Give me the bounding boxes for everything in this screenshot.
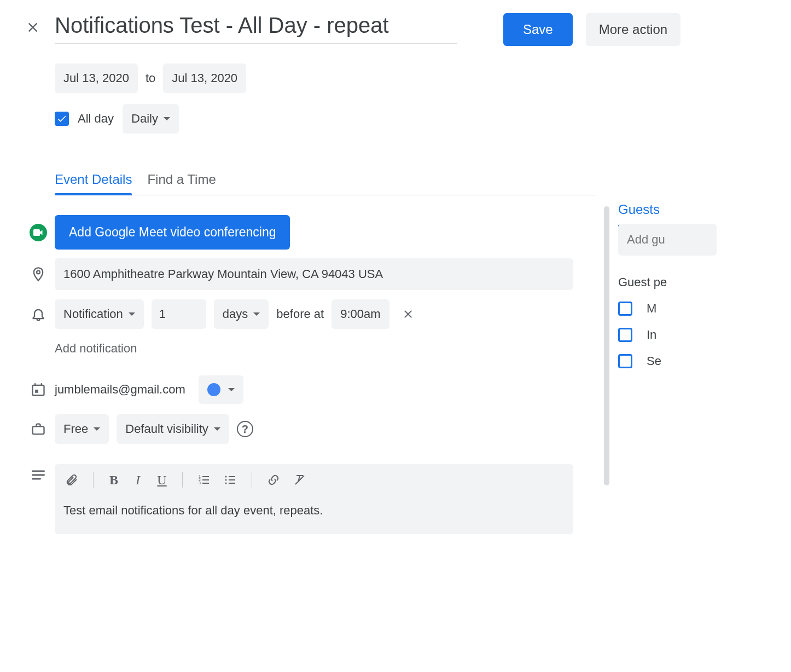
visibility-value: Default visibility xyxy=(125,422,208,436)
close-icon xyxy=(25,20,40,35)
notification-type-value: Notification xyxy=(63,307,123,321)
bulleted-list-button[interactable] xyxy=(222,472,239,488)
description-text[interactable]: Test email notifications for all day eve… xyxy=(63,503,565,518)
link-button[interactable] xyxy=(265,472,282,488)
color-swatch xyxy=(207,383,220,396)
calendar-owner: jumblemails@gmail.com xyxy=(55,383,185,397)
attach-button[interactable] xyxy=(63,472,80,488)
tab-guests[interactable]: Guests xyxy=(618,196,660,227)
underline-button[interactable]: U xyxy=(155,473,169,488)
bell-icon xyxy=(31,306,46,322)
svg-text:3: 3 xyxy=(199,481,201,485)
numbered-list-button[interactable]: 123 xyxy=(196,472,212,488)
notification-unit-value: days xyxy=(223,307,248,321)
svg-point-9 xyxy=(225,483,227,484)
add-notification-button[interactable]: Add notification xyxy=(55,341,602,356)
svg-point-8 xyxy=(225,479,227,481)
description-icon xyxy=(31,467,46,483)
italic-button[interactable]: I xyxy=(131,473,145,488)
location-input[interactable] xyxy=(55,258,573,290)
bold-button[interactable]: B xyxy=(107,473,121,488)
start-date-chip[interactable]: Jul 13, 2020 xyxy=(55,63,138,93)
clear-formatting-icon xyxy=(293,473,306,486)
visibility-help-button[interactable]: ? xyxy=(237,421,253,437)
add-meet-button[interactable]: Add Google Meet video conferencing xyxy=(55,215,290,250)
editor-toolbar: B I U 123 xyxy=(63,472,565,494)
svg-rect-2 xyxy=(35,390,38,393)
tab-event-details[interactable]: Event Details xyxy=(55,166,132,195)
chevron-down-icon xyxy=(94,427,100,431)
chevron-down-icon xyxy=(129,312,135,316)
availability-dropdown[interactable]: Free xyxy=(55,414,109,444)
availability-value: Free xyxy=(63,422,88,436)
visibility-dropdown[interactable]: Default visibility xyxy=(117,414,229,444)
perm-modify-checkbox[interactable] xyxy=(618,302,632,316)
scrollbar-thumb[interactable] xyxy=(604,206,609,485)
event-title-input[interactable] xyxy=(55,11,457,44)
recurrence-value: Daily xyxy=(131,112,158,126)
bulleted-list-icon xyxy=(224,473,237,486)
chevron-down-icon xyxy=(253,312,260,316)
link-icon xyxy=(267,473,280,486)
briefcase-icon xyxy=(31,421,46,437)
calendar-icon xyxy=(31,382,46,397)
save-button[interactable]: Save xyxy=(503,13,573,46)
more-actions-button[interactable]: More action xyxy=(586,13,681,46)
chevron-down-icon xyxy=(164,117,170,120)
paperclip-icon xyxy=(65,473,78,486)
notification-count-input[interactable] xyxy=(152,299,206,329)
notification-type-dropdown[interactable]: Notification xyxy=(55,299,144,329)
location-icon xyxy=(31,267,46,282)
chevron-down-icon xyxy=(214,427,220,431)
tab-find-a-time[interactable]: Find a Time xyxy=(147,166,216,195)
add-guests-input[interactable] xyxy=(618,224,717,256)
svg-rect-3 xyxy=(33,426,44,434)
notification-unit-dropdown[interactable]: days xyxy=(214,299,269,329)
perm-see-checkbox[interactable] xyxy=(618,354,632,368)
checkmark-icon xyxy=(56,113,67,124)
before-at-label: before at xyxy=(276,307,324,321)
to-label: to xyxy=(146,71,155,85)
notification-time-chip[interactable]: 9:00am xyxy=(331,299,389,329)
guest-permissions-header: Guest pe xyxy=(618,275,717,289)
clear-formatting-button[interactable] xyxy=(292,472,308,488)
svg-point-7 xyxy=(225,476,227,478)
perm-see-label: Se xyxy=(647,354,661,368)
meet-icon xyxy=(30,224,47,241)
all-day-checkbox[interactable] xyxy=(55,112,69,126)
perm-modify-label: M xyxy=(647,302,656,316)
perm-invite-checkbox[interactable] xyxy=(618,328,632,342)
calendar-color-dropdown[interactable] xyxy=(199,375,243,404)
all-day-label: All day xyxy=(78,112,114,126)
recurrence-dropdown[interactable]: Daily xyxy=(123,104,179,134)
numbered-list-icon: 123 xyxy=(197,473,211,486)
close-icon xyxy=(402,308,415,321)
scrollbar[interactable] xyxy=(604,206,609,485)
end-date-chip[interactable]: Jul 13, 2020 xyxy=(163,63,246,93)
close-button[interactable] xyxy=(22,16,44,38)
remove-notification-button[interactable] xyxy=(397,303,419,325)
perm-invite-label: In xyxy=(647,328,656,342)
svg-point-0 xyxy=(37,271,40,274)
chevron-down-icon xyxy=(228,388,235,391)
